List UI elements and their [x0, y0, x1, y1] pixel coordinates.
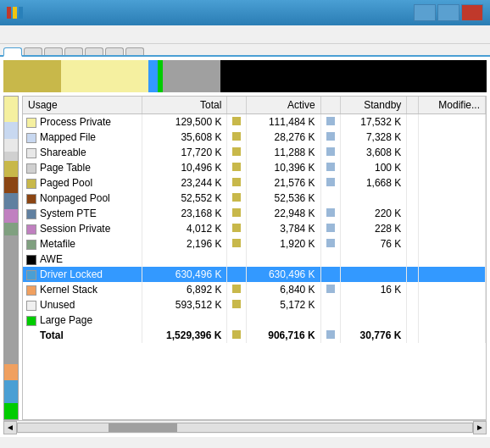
- table-row: Unused593,512 K5,172 K: [23, 297, 486, 312]
- scroll-right-button[interactable]: ►: [473, 421, 487, 434]
- total-cell: 593,512 K: [142, 297, 227, 312]
- standby-cell: 1,668 K: [340, 175, 407, 191]
- menu-file[interactable]: [3, 33, 17, 36]
- active-cell: [247, 312, 320, 328]
- scroll-left-button[interactable]: ◄: [3, 421, 17, 434]
- active-cell: 28,276 K: [247, 130, 320, 145]
- standby-cell: [340, 267, 407, 282]
- color-swatch: [26, 240, 36, 250]
- minimize-button[interactable]: [414, 4, 436, 21]
- modified-cell: [419, 312, 486, 328]
- modified-swatch-cell: [407, 236, 419, 252]
- active-swatch-cell: [227, 114, 247, 130]
- usage-table: Usage Total Active Standby Modifie... Pr…: [23, 97, 486, 343]
- active-cell: 1,920 K: [247, 236, 320, 252]
- tab-file-summary[interactable]: [105, 47, 124, 55]
- color-swatch: [26, 209, 36, 219]
- standby-cell: 16 K: [340, 282, 407, 297]
- col-usage: Usage: [23, 97, 142, 114]
- table-row: Session Private4,012 K3,784 K228 K: [23, 221, 486, 236]
- modified-swatch-cell: [407, 221, 419, 236]
- modified-swatch-cell: [407, 114, 419, 130]
- modified-swatch-cell: [407, 191, 419, 206]
- modified-swatch-cell: [407, 282, 419, 297]
- col-standby: Standby: [340, 97, 407, 114]
- active-swatch-cell: [227, 221, 247, 236]
- total-cell: 17,720 K: [142, 145, 227, 160]
- standby-swatch-cell: [320, 312, 340, 328]
- color-swatch: [26, 270, 36, 280]
- modified-cell: [419, 206, 486, 221]
- total-cell: 4,012 K: [142, 221, 227, 236]
- active-swatch-cell: [227, 312, 247, 328]
- tab-file-details[interactable]: [125, 47, 144, 55]
- tab-physical-pages[interactable]: [64, 47, 83, 55]
- color-swatch: [26, 255, 36, 265]
- maximize-button[interactable]: [437, 4, 459, 21]
- col-active: Active: [247, 97, 320, 114]
- horizontal-scrollbar[interactable]: ◄ ►: [3, 420, 487, 434]
- standby-swatch-cell: [320, 267, 340, 282]
- table-row: Nonpaged Pool52,552 K52,536 K: [23, 191, 486, 206]
- active-cell: 21,576 K: [247, 175, 320, 191]
- standby-swatch-cell: [320, 206, 340, 221]
- tab-processes[interactable]: [24, 47, 42, 55]
- table-row: Mapped File35,608 K28,276 K7,328 K: [23, 130, 486, 145]
- color-swatch: [26, 118, 36, 128]
- standby-swatch-cell: [320, 191, 340, 206]
- standby-swatch-cell: [320, 130, 340, 145]
- active-swatch-cell: [227, 252, 247, 267]
- color-swatch: [26, 179, 36, 189]
- close-button[interactable]: [461, 4, 483, 21]
- tab-bar: [0, 44, 490, 57]
- standby-swatch-cell: [320, 297, 340, 312]
- window-controls: [414, 4, 483, 21]
- scrollbar-track[interactable]: [17, 423, 473, 433]
- modified-cell: [419, 297, 486, 312]
- color-swatch: [26, 301, 36, 311]
- standby-cell: 30,776 K: [340, 328, 407, 343]
- modified-swatch-cell: [407, 267, 419, 282]
- active-cell: 11,288 K: [247, 145, 320, 160]
- standby-cell: 100 K: [340, 160, 407, 175]
- tab-priority-summary[interactable]: [44, 47, 63, 55]
- color-swatch: [26, 133, 36, 143]
- usage-cell: Metafile: [23, 236, 142, 252]
- standby-swatch-cell: [320, 328, 340, 343]
- modified-cell: [419, 130, 486, 145]
- col-modified: Modifie...: [419, 97, 486, 114]
- active-cell: 22,948 K: [247, 206, 320, 221]
- active-swatch-cell: [227, 130, 247, 145]
- modified-cell: [419, 175, 486, 191]
- standby-cell: [340, 252, 407, 267]
- menu-empty[interactable]: [17, 33, 31, 36]
- table-row: Process Private129,500 K111,484 K17,532 …: [23, 114, 486, 130]
- table-row: Shareable17,720 K11,288 K3,608 K: [23, 145, 486, 160]
- color-swatch: [26, 148, 36, 158]
- usage-cell: Mapped File: [23, 130, 142, 145]
- col-active-swatch: [227, 97, 247, 114]
- standby-swatch-cell: [320, 114, 340, 130]
- usage-cell: Session Private: [23, 221, 142, 236]
- table-row: Total1,529,396 K906,716 K30,776 K: [23, 328, 486, 343]
- tab-use-counts[interactable]: [3, 47, 22, 57]
- active-cell: 52,536 K: [247, 191, 320, 206]
- scrollbar-thumb[interactable]: [109, 423, 176, 432]
- usage-cell: AWE: [23, 252, 142, 267]
- usage-cell: Shareable: [23, 145, 142, 160]
- tab-physical-ranges[interactable]: [85, 47, 103, 55]
- total-cell: 630,496 K: [142, 267, 227, 282]
- table-row: Kernel Stack6,892 K6,840 K16 K: [23, 282, 486, 297]
- standby-cell: 17,532 K: [340, 114, 407, 130]
- active-cell: 10,396 K: [247, 160, 320, 175]
- active-cell: 906,716 K: [247, 328, 320, 343]
- usage-cell: Paged Pool: [23, 175, 142, 191]
- title-bar-left: [7, 7, 28, 19]
- active-swatch-cell: [227, 206, 247, 221]
- menu-help[interactable]: [31, 33, 44, 36]
- content-area: Usage Total Active Standby Modifie... Pr…: [3, 96, 487, 420]
- col-standby-swatch: [320, 97, 340, 114]
- modified-cell: [419, 114, 486, 130]
- left-color-bar: [3, 96, 19, 420]
- modified-swatch-cell: [407, 312, 419, 328]
